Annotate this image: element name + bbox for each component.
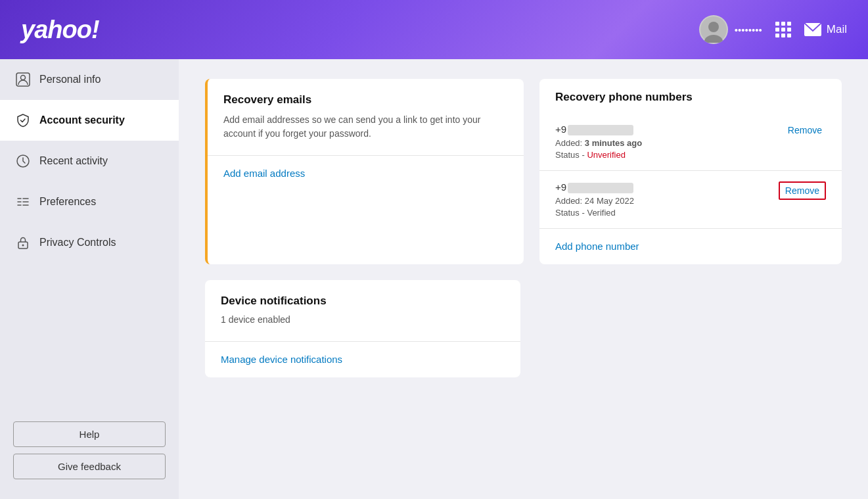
clock-icon — [16, 154, 30, 168]
sidebar-item-label: Account security — [39, 114, 125, 126]
svg-point-1 — [708, 22, 719, 32]
sidebar-item-label: Recent activity — [39, 155, 108, 167]
sidebar-item-label: Personal info — [39, 74, 101, 85]
recovery-emails-card-top: Recovery emails Add email addresses so w… — [208, 79, 524, 156]
header: yahoo! •••••••• Mail — [0, 0, 868, 59]
give-feedback-button[interactable]: Give feedback — [13, 454, 166, 479]
recovery-emails-title: Recovery emails — [223, 93, 508, 107]
svg-point-5 — [21, 76, 26, 80]
device-notifications-title: Device notifications — [221, 295, 505, 308]
yahoo-logo[interactable]: yahoo! — [21, 16, 99, 44]
recovery-emails-description: Add email addresses so we can send you a… — [223, 113, 508, 141]
remove-phone-2-button[interactable]: Remove — [779, 181, 826, 200]
list-icon — [16, 195, 30, 209]
lock-icon — [16, 235, 30, 250]
sidebar-item-preferences[interactable]: Preferences — [0, 181, 179, 222]
add-phone-bottom: Add phone number — [539, 229, 842, 264]
username-text: •••••••• — [735, 24, 762, 36]
remove-phone-1-button[interactable]: Remove — [784, 124, 826, 137]
phone-number-blurred-1 — [568, 125, 633, 135]
svg-point-14 — [22, 245, 24, 247]
mail-icon — [804, 23, 821, 36]
device-notifications-card: Device notifications 1 device enabled Ma… — [205, 280, 520, 377]
device-notifications-bottom: Manage device notifications — [205, 342, 520, 377]
main-content: Recovery emails Add email addresses so w… — [179, 59, 868, 499]
sidebar-item-personal-info[interactable]: Personal info — [0, 59, 179, 100]
apps-grid-icon[interactable] — [775, 22, 791, 37]
sidebar-item-privacy-controls[interactable]: Privacy Controls — [0, 222, 179, 263]
shield-icon — [16, 113, 30, 128]
phone-status-2: Status - Verified — [555, 208, 634, 218]
mail-button[interactable]: Mail — [804, 23, 847, 36]
device-notifications-top: Device notifications 1 device enabled — [205, 280, 520, 342]
header-right: •••••••• Mail — [699, 15, 847, 44]
person-icon — [16, 72, 30, 87]
phone-entry-1: +9 Added: 3 minutes ago Status - Unverif… — [539, 113, 842, 171]
sidebar: Personal info Account security Recent ac… — [0, 59, 179, 499]
recovery-emails-card-bottom: Add email address — [208, 156, 524, 191]
phone-number-blurred-2 — [568, 183, 633, 193]
sidebar-item-account-security[interactable]: Account security — [0, 100, 179, 141]
added-label-1: Added: — [555, 138, 582, 148]
status-label-2: Status - — [555, 208, 585, 218]
phone-number-1: +9 — [555, 124, 642, 135]
user-account-button[interactable]: •••••••• — [699, 15, 762, 44]
recovery-phones-card: Recovery phone numbers +9 Added: 3 minut… — [539, 79, 842, 264]
device-count: 1 device enabled — [221, 313, 505, 327]
top-cards-row: Recovery emails Add email addresses so w… — [205, 79, 842, 264]
page-layout: Personal info Account security Recent ac… — [0, 59, 868, 499]
sidebar-item-recent-activity[interactable]: Recent activity — [0, 141, 179, 181]
sidebar-bottom: Help Give feedback — [0, 421, 179, 479]
phone-status-1: Status - Unverified — [555, 150, 642, 160]
phone-info-2: +9 Added: 24 May 2022 Status - Verified — [555, 181, 634, 218]
help-button[interactable]: Help — [13, 421, 166, 447]
sidebar-item-label: Preferences — [39, 196, 96, 208]
status-label-1: Status - — [555, 150, 585, 160]
added-label-2: Added: — [555, 196, 582, 206]
avatar — [699, 15, 728, 44]
phone-entry-2: +9 Added: 24 May 2022 Status - Verified … — [539, 171, 842, 229]
phone-number-2: +9 — [555, 181, 634, 193]
added-value-2: 24 May 2022 — [585, 196, 634, 206]
sidebar-item-label: Privacy Controls — [39, 237, 116, 249]
phone-info-1: +9 Added: 3 minutes ago Status - Unverif… — [555, 124, 642, 160]
recovery-phones-title: Recovery phone numbers — [555, 91, 826, 104]
add-email-link[interactable]: Add email address — [223, 168, 305, 179]
phone-added-2: Added: 24 May 2022 — [555, 196, 634, 206]
manage-device-notifications-link[interactable]: Manage device notifications — [221, 354, 342, 365]
mail-label: Mail — [827, 23, 847, 36]
phone-added-1: Added: 3 minutes ago — [555, 138, 642, 148]
status-badge-unverified: Unverified — [587, 150, 626, 160]
add-phone-link[interactable]: Add phone number — [555, 241, 639, 252]
status-badge-verified: Verified — [587, 208, 615, 218]
bottom-cards-row: Device notifications 1 device enabled Ma… — [205, 280, 842, 377]
recovery-emails-card: Recovery emails Add email addresses so w… — [205, 79, 524, 264]
added-value-1: 3 minutes ago — [585, 138, 642, 148]
recovery-phones-header: Recovery phone numbers — [539, 79, 842, 104]
